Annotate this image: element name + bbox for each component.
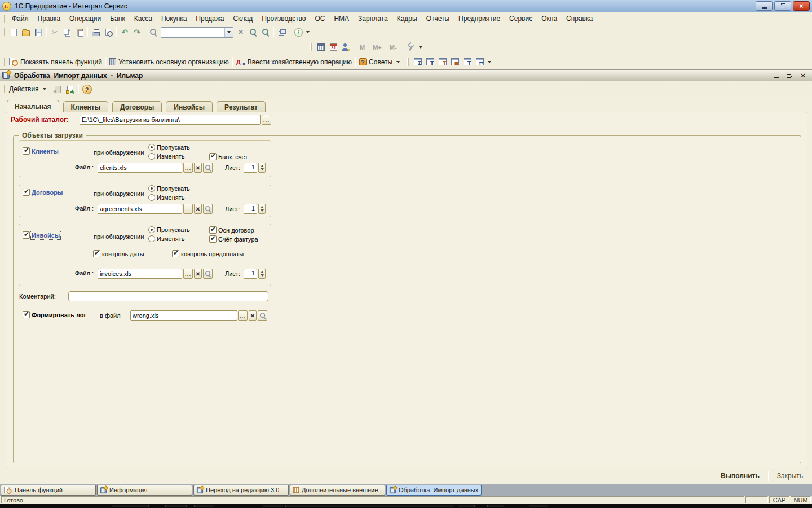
tab-agreements[interactable]: Договоры bbox=[112, 101, 162, 112]
toolbar-options-caret[interactable] bbox=[306, 31, 310, 33]
calendar-button[interactable] bbox=[327, 41, 339, 54]
find-prev-button[interactable] bbox=[259, 26, 272, 38]
search-dropdown-button[interactable] bbox=[224, 28, 233, 37]
agreements-file-open-button[interactable] bbox=[203, 204, 213, 214]
toolbar-grip[interactable] bbox=[3, 15, 5, 23]
clients-file-browse-button[interactable]: ... bbox=[183, 163, 193, 173]
undo-button[interactable]: ↶ bbox=[118, 26, 131, 38]
agreements-checkbox[interactable] bbox=[23, 189, 30, 196]
invoices-file-browse-button[interactable]: ... bbox=[183, 269, 193, 279]
taskbar-information[interactable]: Информация bbox=[97, 485, 192, 496]
menu-edit[interactable]: Правка bbox=[33, 12, 65, 25]
memory-add-button[interactable]: M+ bbox=[369, 41, 386, 54]
clients-change-label[interactable]: Изменять bbox=[157, 153, 184, 160]
find-button[interactable] bbox=[147, 26, 160, 38]
clients-file-clear-button[interactable]: ✕ bbox=[194, 163, 202, 173]
clients-sheet-value[interactable]: 1 bbox=[244, 163, 257, 173]
enter-operation-button[interactable]: Ввести хозяйственную операцию bbox=[235, 56, 354, 68]
toolbar-options-caret[interactable] bbox=[419, 46, 422, 49]
menu-help[interactable]: Справка bbox=[562, 12, 597, 25]
search-combobox[interactable] bbox=[161, 27, 233, 38]
menu-sale[interactable]: Продажа bbox=[191, 12, 228, 25]
show-function-panel-button[interactable]: Показать панель функций bbox=[7, 56, 104, 68]
invoices-skip-label[interactable]: Пропускать bbox=[157, 226, 190, 233]
menu-nma[interactable]: НМА bbox=[329, 12, 354, 25]
invoices-label[interactable]: Инвойсы bbox=[32, 232, 60, 239]
menu-reports[interactable]: Отчеты bbox=[422, 12, 454, 25]
search-clear-button[interactable]: ✕ bbox=[235, 26, 247, 38]
agreements-sheet-spinner[interactable] bbox=[258, 204, 266, 214]
tab-invoices[interactable]: Инвойсы bbox=[166, 101, 213, 112]
toolbar-grip[interactable] bbox=[3, 58, 5, 66]
document-t-button[interactable] bbox=[461, 56, 474, 68]
toolbar-grip[interactable] bbox=[3, 28, 5, 36]
invoices-change-label[interactable]: Изменять bbox=[157, 235, 184, 242]
prepay-control-checkbox[interactable] bbox=[172, 250, 179, 257]
document-transfer-button[interactable] bbox=[474, 56, 486, 68]
totals-table-button[interactable] bbox=[412, 56, 424, 68]
person-list-button[interactable] bbox=[449, 56, 461, 68]
mdi-minimize-button[interactable] bbox=[771, 72, 780, 80]
invoices-checkbox[interactable] bbox=[23, 231, 30, 239]
user-permissions-button[interactable] bbox=[339, 41, 352, 54]
agreements-skip-label[interactable]: Пропускать bbox=[157, 185, 190, 192]
actions-menu-button[interactable]: Действия bbox=[7, 83, 48, 95]
clients-skip-radio[interactable] bbox=[148, 144, 155, 151]
agreements-change-radio[interactable] bbox=[148, 194, 155, 201]
tab-initial[interactable]: Начальная bbox=[7, 100, 59, 113]
invoices-change-radio[interactable] bbox=[148, 235, 155, 242]
invoice-factura-checkbox[interactable] bbox=[209, 235, 217, 243]
menu-cash[interactable]: Касса bbox=[130, 12, 157, 25]
log-file-open-button[interactable] bbox=[258, 310, 267, 321]
taskbar-data-import[interactable]: Обработка Импорт данных... bbox=[386, 485, 482, 496]
info-button[interactable] bbox=[292, 26, 304, 38]
taskbar-function-panel[interactable]: Панель функций bbox=[1, 485, 96, 496]
save-values-button[interactable] bbox=[64, 83, 77, 95]
mdi-restore-button[interactable] bbox=[785, 72, 794, 80]
agreements-skip-radio[interactable] bbox=[148, 185, 155, 192]
menu-windows[interactable]: Окна bbox=[537, 12, 562, 25]
menu-os[interactable]: ОС bbox=[310, 12, 329, 25]
copy-button[interactable] bbox=[61, 26, 73, 38]
invoices-file-input[interactable] bbox=[98, 269, 182, 279]
invoices-sheet-value[interactable]: 1 bbox=[244, 269, 257, 279]
invoice-factura-label[interactable]: Счёт фактура bbox=[218, 236, 258, 243]
menu-file[interactable]: Файл bbox=[7, 12, 33, 25]
cut-button[interactable]: ✂ bbox=[48, 26, 61, 38]
save-button[interactable] bbox=[32, 26, 45, 38]
invoices-file-open-button[interactable] bbox=[203, 269, 213, 279]
main-contract-label[interactable]: Осн договор bbox=[218, 227, 254, 234]
mdi-close-button[interactable]: × bbox=[798, 72, 807, 80]
clients-label[interactable]: Клиенты bbox=[32, 148, 59, 155]
clients-file-open-button[interactable] bbox=[203, 163, 213, 173]
windows-list-button[interactable] bbox=[276, 26, 288, 38]
settings-button[interactable] bbox=[405, 41, 417, 54]
invoices-skip-radio[interactable] bbox=[148, 226, 155, 233]
table-t-button[interactable] bbox=[424, 56, 436, 68]
restore-values-button[interactable] bbox=[52, 83, 64, 95]
menu-bank[interactable]: Банк bbox=[105, 12, 129, 25]
clients-sheet-spinner[interactable] bbox=[258, 163, 266, 173]
work-dir-browse-button[interactable]: ... bbox=[262, 115, 271, 125]
paste-button[interactable] bbox=[73, 26, 86, 38]
person-t-button[interactable] bbox=[436, 56, 449, 68]
menu-service[interactable]: Сервис bbox=[505, 12, 537, 25]
log-file-browse-button[interactable]: ... bbox=[238, 310, 248, 321]
calculator-button[interactable] bbox=[315, 41, 327, 54]
invoices-file-clear-button[interactable]: ✕ bbox=[194, 269, 202, 279]
menu-hr[interactable]: Кадры bbox=[392, 12, 422, 25]
toolbar-grip[interactable] bbox=[310, 43, 312, 51]
menu-warehouse[interactable]: Склад bbox=[228, 12, 257, 25]
log-label[interactable]: Формировать лог bbox=[32, 312, 86, 318]
clients-change-radio[interactable] bbox=[148, 153, 155, 160]
run-button[interactable]: Выполнить bbox=[714, 470, 766, 482]
log-file-input[interactable] bbox=[130, 310, 237, 321]
agreements-file-input[interactable] bbox=[98, 204, 182, 214]
restore-button[interactable] bbox=[774, 1, 791, 11]
taskbar-edition-transition[interactable]: Переход на редакцию 3.0 bbox=[193, 485, 289, 496]
help-button[interactable] bbox=[81, 83, 94, 95]
bank-account-checkbox[interactable] bbox=[209, 153, 217, 160]
date-control-checkbox[interactable] bbox=[93, 250, 100, 257]
menu-production[interactable]: Производство bbox=[257, 12, 310, 25]
menu-purchase[interactable]: Покупка bbox=[157, 12, 191, 25]
